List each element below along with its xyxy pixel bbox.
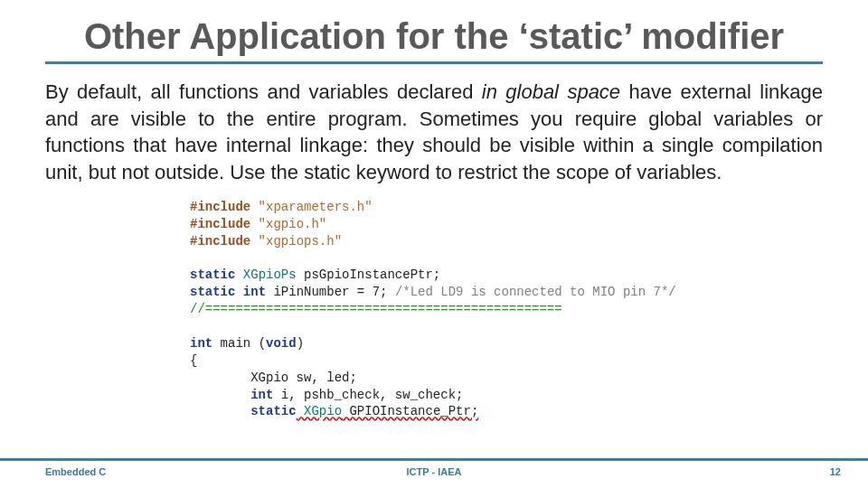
slide-title: Other Application for the ‘static’ modif…	[45, 16, 823, 56]
comment: /*Led LD9 is connected to MIO pin 7*/	[395, 285, 676, 299]
code-blank	[190, 318, 678, 335]
code-line: int main (void)	[190, 335, 678, 352]
decl-mid: iPinNumber = 7;	[266, 285, 395, 299]
code-line: #include "xparameters.h"	[190, 199, 678, 216]
footer-center: ICTP - IAEA	[407, 466, 462, 477]
footer-page-number: 12	[830, 466, 841, 477]
code-line: static XGpioPs psGpioInstancePtr;	[190, 267, 678, 284]
include-str: "xgpio.h"	[250, 217, 326, 231]
kw-int: int	[243, 285, 266, 299]
separator-comment: //======================================…	[190, 302, 562, 316]
kw-int: int	[190, 336, 212, 351]
indent	[190, 404, 250, 418]
kw-int: int	[250, 388, 273, 402]
vars: i, pshb_check, sw_check;	[273, 388, 463, 402]
wavy-span: XGpio GPIOInstance_Ptr;	[297, 404, 479, 418]
code-line: {	[190, 352, 678, 370]
slide: Other Application for the ‘static’ modif…	[0, 0, 868, 488]
code-line: XGpio sw, led;	[190, 370, 678, 387]
type-name: XGpio	[297, 404, 342, 418]
kw-static: static	[190, 285, 235, 299]
body-italic: in global space	[482, 80, 620, 103]
code-line: static XGpio GPIOInstance_Ptr;	[190, 403, 678, 420]
footer: Embedded C ICTP - IAEA 12	[0, 461, 868, 483]
title-underline	[45, 61, 823, 64]
instance-name: GPIOInstance_Ptr;	[342, 404, 478, 418]
include-kw: #include	[190, 217, 250, 231]
decl-tail: psGpioInstancePtr;	[297, 267, 441, 282]
include-str: "xgpiops.h"	[250, 234, 342, 249]
indent	[190, 388, 250, 402]
code-line: //======================================…	[190, 301, 678, 318]
include-str: "xparameters.h"	[250, 200, 372, 214]
code-line: static int iPinNumber = 7; /*Led LD9 is …	[190, 284, 678, 301]
code-line: #include "xgpio.h"	[190, 216, 678, 233]
kw-static: static	[250, 404, 296, 418]
type-name: XGpioPs	[235, 267, 296, 282]
include-kw: #include	[190, 234, 250, 249]
include-kw: #include	[190, 200, 250, 214]
kw-static: static	[190, 267, 235, 282]
body-paragraph: By default, all functions and variables …	[45, 79, 823, 186]
kw-void: void	[266, 336, 297, 351]
code-block: #include "xparameters.h" #include "xgpio…	[190, 199, 678, 421]
code-line: #include "xgpiops.h"	[190, 233, 678, 250]
footer-left: Embedded C	[45, 466, 106, 477]
code-blank	[190, 249, 678, 267]
main-sig-end: )	[297, 336, 304, 351]
code-line: int i, pshb_check, sw_check;	[190, 387, 678, 404]
body-pre: By default, all functions and variables …	[45, 80, 482, 103]
main-sig: main (	[212, 336, 266, 351]
